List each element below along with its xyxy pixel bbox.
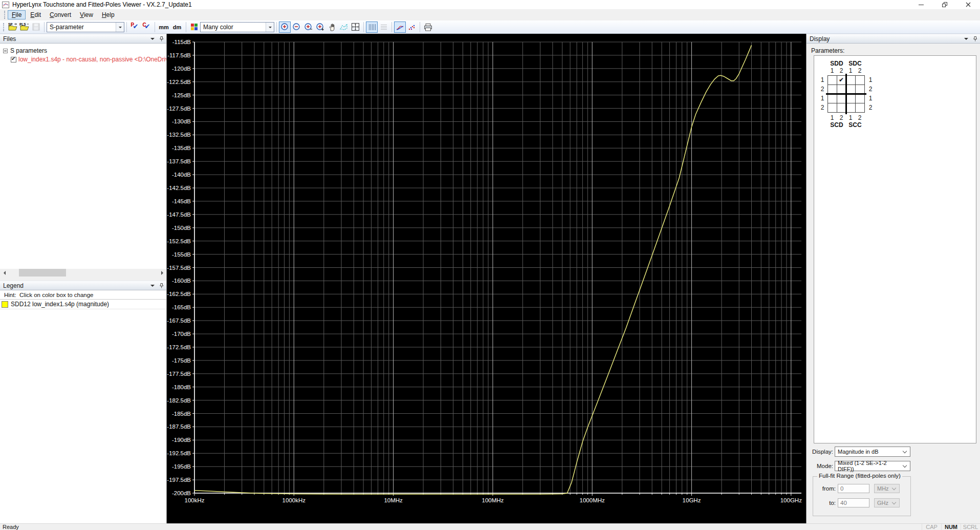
menubar: FileEditConvertViewHelp (0, 9, 980, 20)
svg-text:-127.5dB: -127.5dB (167, 105, 191, 112)
svg-text:1000kHz: 1000kHz (282, 497, 306, 503)
from-unit-select[interactable]: MHz (874, 484, 900, 493)
panel-menu-arrow-icon[interactable] (964, 38, 968, 42)
legend-color-box[interactable] (2, 301, 8, 308)
matrix-cell-3-3[interactable] (855, 103, 865, 113)
svg-text:-135dB: -135dB (172, 145, 191, 151)
file-checkbox[interactable] (11, 57, 16, 62)
scrollbar-thumb[interactable] (19, 269, 66, 277)
main-area: Files S parameters low_index1.s4p - non-… (0, 34, 980, 523)
panel-menu-arrow-icon[interactable] (150, 38, 155, 42)
passivity-check-button[interactable]: P✔ (129, 22, 141, 33)
parameter-matrix: SDDSDC1212✔121212121212SCDSCC (819, 60, 891, 126)
files-horizontal-scrollbar[interactable] (0, 269, 166, 277)
toolbar-separator (420, 22, 420, 32)
tree-expander-icon[interactable] (3, 49, 8, 53)
menubar-grip (4, 11, 6, 19)
display-format-select[interactable]: Magnitude in dB (835, 447, 910, 457)
zoom-x-button[interactable] (302, 22, 314, 33)
matrix-row-number-right: 2 (867, 104, 874, 111)
svg-text:-175dB: -175dB (172, 357, 191, 364)
zoom-region-button[interactable] (338, 22, 350, 33)
fit-view-icon (351, 23, 360, 31)
restore-button[interactable] (933, 0, 956, 9)
tree-item-file[interactable]: low_index1.s4p - non-causal, non-passive… (0, 56, 166, 63)
vertical-grid-icon (368, 23, 376, 31)
fullfit-to-row: to: 40 GHz (813, 498, 900, 507)
pan-button[interactable] (326, 22, 338, 33)
color-scheme-select[interactable]: Many color (200, 22, 274, 32)
line-style-button[interactable] (394, 22, 406, 33)
display-panel: Display Parameters: SDDSDC1212✔121212121… (806, 34, 980, 523)
passivity-check-icon: P✔ (130, 23, 140, 31)
combo-arrow[interactable] (266, 23, 274, 32)
matrix-cell-0-2[interactable] (846, 75, 856, 85)
svg-text:-150dB: -150dB (172, 225, 191, 231)
open-sparam-file-button[interactable]: SP (7, 22, 18, 33)
app-icon (2, 2, 9, 8)
matrix-cell-0-3[interactable] (855, 75, 865, 85)
zoom-y-button[interactable] (314, 22, 326, 33)
hand-pan-icon (328, 23, 336, 31)
from-input[interactable]: 0 (838, 484, 869, 493)
horizontal-grid-button[interactable] (378, 22, 389, 33)
combo-arrow[interactable] (116, 23, 124, 32)
legend-entry[interactable]: SDD12 low_index1.s4p (magnitude) (0, 300, 166, 309)
matrix-col-number: 2 (837, 67, 846, 74)
matrix-cell-0-0[interactable] (827, 75, 837, 85)
fit-view-button[interactable] (350, 22, 361, 33)
menu-file[interactable]: File (8, 10, 26, 19)
svg-text:-160dB: -160dB (172, 278, 191, 284)
color-mode-button[interactable] (188, 22, 200, 33)
save-button[interactable] (30, 22, 42, 33)
zoom-in-button[interactable] (279, 22, 291, 33)
chevron-down-icon (903, 463, 907, 468)
sparameter-plot[interactable]: -115dB-117.5dB-120dB-122.5dB-125dB-127.5… (167, 34, 806, 523)
point-style-button[interactable] (406, 22, 418, 33)
menu-convert[interactable]: Convert (46, 10, 75, 19)
display-row: Display: Magnitude in dB (807, 447, 910, 457)
pin-icon[interactable] (159, 36, 164, 41)
matrix-cell-2-2[interactable] (846, 94, 856, 103)
svg-text:-145dB: -145dB (172, 198, 191, 204)
window-title: HyperLynx Touchstone and Fitted-Poles Vi… (12, 1, 192, 8)
pin-icon[interactable] (973, 36, 977, 41)
minimize-button[interactable] (909, 0, 933, 9)
menu-edit[interactable]: Edit (26, 10, 45, 19)
scroll-left-button[interactable] (0, 269, 8, 277)
toolbar-grip (3, 23, 5, 31)
mm-units-button[interactable]: mm (157, 22, 170, 33)
zoom-out-icon (292, 23, 301, 31)
svg-text:-192.5dB: -192.5dB (167, 450, 191, 456)
panel-menu-arrow-icon[interactable] (150, 285, 155, 289)
svg-text:-157.5dB: -157.5dB (167, 265, 191, 271)
matrix-cell-3-2[interactable] (846, 103, 856, 113)
svg-text:-162.5dB: -162.5dB (167, 291, 191, 297)
svg-text:-185dB: -185dB (172, 411, 191, 417)
matrix-row-number-right: 2 (867, 86, 874, 93)
mode-select[interactable]: Mixed (1-2 SE->1-2 DIFF)) (835, 461, 910, 471)
svg-text:-140dB: -140dB (172, 172, 191, 178)
svg-text:-195dB: -195dB (172, 463, 191, 470)
close-button[interactable] (956, 0, 980, 9)
parameters-box: SDDSDC1212✔121212121212SCDSCC (814, 55, 976, 443)
dm-units-button[interactable]: dm (170, 22, 184, 33)
to-input[interactable]: 40 (838, 498, 869, 507)
window-controls (909, 0, 980, 9)
open-pls-file-button[interactable]: PLS (18, 22, 30, 33)
tree-root-sparameters[interactable]: S parameters (0, 44, 166, 54)
vertical-grid-button[interactable] (366, 22, 378, 33)
menu-view[interactable]: View (76, 10, 97, 19)
causality-check-button[interactable]: C✔ (141, 22, 153, 33)
matrix-cell-2-0[interactable] (827, 94, 837, 103)
parameter-type-select[interactable]: S-parameter (47, 22, 124, 32)
matrix-cell-3-0[interactable] (827, 103, 837, 113)
plot-area[interactable]: -115dB-117.5dB-120dB-122.5dB-125dB-127.5… (167, 34, 806, 523)
pin-icon[interactable] (159, 283, 164, 288)
zoom-out-button[interactable] (291, 22, 302, 33)
print-button[interactable] (422, 22, 434, 33)
menu-help[interactable]: Help (98, 10, 119, 19)
scroll-right-button[interactable] (159, 269, 166, 277)
to-unit-select[interactable]: GHz (874, 498, 900, 507)
matrix-cell-2-3[interactable] (855, 94, 865, 103)
